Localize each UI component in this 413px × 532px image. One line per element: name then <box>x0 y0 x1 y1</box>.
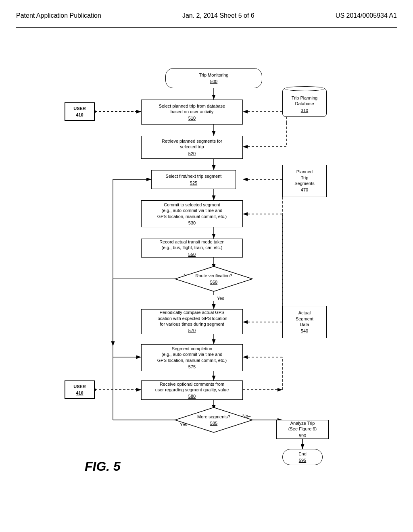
svg-text:Yes: Yes <box>217 296 224 301</box>
patent-header: Patent Application Publication Jan. 2, 2… <box>16 8 397 28</box>
flowchart-diagram: Yes No –Yes– –No– <box>16 40 397 483</box>
header-left: Patent Application Publication <box>16 12 101 19</box>
planned-trip-segments-node: Planned Trip Segments 470 <box>282 165 327 197</box>
trip-monitoring-node: Trip Monitoring 500 <box>165 68 262 88</box>
route-verification-node: Route verification? 560 <box>173 265 254 293</box>
trip-planning-db-node: Trip Planning Database 310 <box>282 88 327 117</box>
header-right: US 2014/0005934 A1 <box>336 12 397 19</box>
actual-segment-data-node: Actual Segment Data 540 <box>282 306 327 338</box>
user-top-node: USER 410 <box>65 102 95 121</box>
select-planned-trip-node: Select planned trip from database based … <box>141 100 243 125</box>
segment-completion-node: Segment completion (e.g., auto-commit vi… <box>141 344 243 371</box>
commit-segment-node: Commit to selected segment (e.g., auto-c… <box>141 200 243 227</box>
select-first-next-node: Select first/next trip segment 525 <box>151 170 236 189</box>
record-transit-node: Record actual transit mode taken (e.g., … <box>141 239 243 258</box>
more-segments-node: More segments? 585 <box>173 406 254 434</box>
user-bottom-node: USER 410 <box>65 380 95 399</box>
analyze-trip-node: Analyze Trip (See Figure 6) 590 <box>276 420 329 439</box>
receive-comments-node: Receive optional comments from user rega… <box>141 380 243 400</box>
header-center: Jan. 2, 2014 Sheet 5 of 6 <box>182 12 254 19</box>
periodically-compare-node: Periodically compare actual GPS location… <box>141 309 243 334</box>
figure-label: FIG. 5 <box>85 459 121 474</box>
retrieve-segments-node: Retrieve planned segments for selected t… <box>141 136 243 159</box>
end-node: End 595 <box>282 449 323 465</box>
